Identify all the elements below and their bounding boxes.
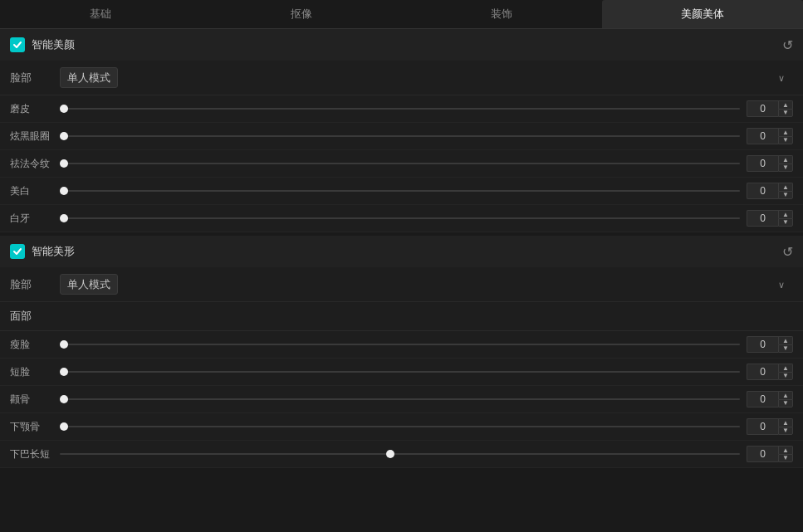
slider-thumb-short-face[interactable] (60, 368, 68, 376)
tab-basic[interactable]: 基础 (0, 0, 201, 28)
slider-track-thin-face[interactable] (60, 336, 740, 353)
slider-track-bg-chin-length (60, 453, 740, 455)
slider-label-teeth: 白牙 (10, 212, 60, 226)
spinner-up-lower-jaw[interactable]: ▲ (778, 418, 793, 427)
beauty-face-title: 智能美颜 (32, 37, 75, 52)
value-input-short-face[interactable] (747, 364, 778, 380)
spinner-down-eye[interactable]: ▼ (778, 136, 793, 144)
value-input-teeth[interactable] (747, 210, 778, 227)
slider-track-bg-whiten (60, 190, 740, 192)
slider-thumb-teeth[interactable] (60, 214, 68, 222)
slider-track-bg-teeth (60, 217, 740, 219)
value-input-jaw[interactable] (747, 391, 778, 408)
spinner-up-jaw[interactable]: ▲ (778, 391, 793, 399)
spinner-btns-teeth: ▲ ▼ (778, 210, 793, 227)
spinner-down-chin-length[interactable]: ▼ (778, 454, 793, 462)
beauty-face-mode-label: 脸部 (10, 71, 60, 85)
slider-row-skin: 磨皮 ▲ ▼ (0, 95, 803, 123)
spinner-btns-whiten: ▲ ▼ (778, 183, 793, 199)
slider-thumb-nasolabial[interactable] (60, 159, 68, 168)
slider-row-lower-jaw: 下颚骨 ▲ ▼ (0, 413, 803, 441)
tab-bar: 基础 抠像 装饰 美颜美体 (0, 0, 803, 29)
slider-thumb-thin-face[interactable] (60, 340, 68, 349)
slider-track-bg-thin-face (60, 344, 740, 345)
tab-portrait[interactable]: 抠像 (201, 0, 402, 28)
value-input-nasolabial[interactable] (747, 155, 778, 172)
beauty-face-reset[interactable]: ↺ (782, 37, 793, 53)
slider-track-bg-eye (60, 135, 740, 137)
beauty-body-mode-select[interactable]: 单人模式 多人模式 (60, 274, 118, 295)
slider-track-teeth[interactable] (60, 210, 740, 227)
spinner-btns-nasolabial: ▲ ▼ (778, 155, 793, 172)
beauty-face-header: 智能美颜 ↺ (0, 29, 803, 61)
spinner-down-teeth[interactable]: ▼ (778, 218, 793, 227)
value-input-eye[interactable] (747, 128, 778, 144)
value-input-whiten[interactable] (747, 183, 778, 199)
slider-label-chin-length: 下巴长短 (10, 447, 60, 461)
slider-track-bg-short-face (60, 371, 740, 373)
slider-label-lower-jaw: 下颚骨 (10, 420, 60, 434)
value-input-skin[interactable] (747, 100, 778, 117)
slider-label-thin-face: 瘦脸 (10, 338, 60, 352)
slider-thumb-skin[interactable] (60, 105, 68, 113)
slider-thumb-eye[interactable] (60, 132, 68, 140)
slider-track-short-face[interactable] (60, 364, 740, 380)
spinner-up-nasolabial[interactable]: ▲ (778, 155, 793, 164)
value-spin-short-face: ▲ ▼ (747, 364, 793, 380)
spinner-up-whiten[interactable]: ▲ (778, 183, 793, 191)
slider-track-bg-skin (60, 108, 740, 110)
beauty-face-checkbox[interactable] (10, 37, 25, 52)
value-spin-whiten: ▲ ▼ (747, 183, 793, 199)
slider-track-skin[interactable] (60, 100, 740, 117)
spinner-up-eye[interactable]: ▲ (778, 128, 793, 136)
spinner-up-skin[interactable]: ▲ (778, 100, 793, 109)
spinner-down-lower-jaw[interactable]: ▼ (778, 427, 793, 435)
spinner-down-thin-face[interactable]: ▼ (778, 344, 793, 353)
slider-label-eye: 炫黑眼圈 (10, 129, 60, 144)
spinner-btns-chin-length: ▲ ▼ (778, 446, 793, 462)
beauty-body-checkbox[interactable] (10, 244, 25, 259)
slider-track-chin-length[interactable] (60, 446, 740, 462)
beauty-face-mode-dropdown-wrap: 单人模式 多人模式 (60, 67, 793, 88)
slider-track-lower-jaw[interactable] (60, 418, 740, 435)
slider-row-nasolabial: 祛法令纹 ▲ ▼ (0, 150, 803, 178)
spinner-up-short-face[interactable]: ▲ (778, 364, 793, 372)
tab-beauty[interactable]: 美颜美体 (602, 0, 803, 28)
slider-track-whiten[interactable] (60, 183, 740, 199)
spinner-up-thin-face[interactable]: ▲ (778, 336, 793, 344)
slider-label-whiten: 美白 (10, 184, 60, 198)
slider-track-bg-lower-jaw (60, 426, 740, 427)
beauty-body-reset[interactable]: ↺ (782, 244, 793, 260)
slider-track-nasolabial[interactable] (60, 155, 740, 172)
slider-thumb-lower-jaw[interactable] (60, 422, 68, 431)
tab-sticker[interactable]: 装饰 (402, 0, 603, 28)
slider-label-skin: 磨皮 (10, 102, 60, 116)
spinner-down-jaw[interactable]: ▼ (778, 399, 793, 408)
slider-row-eye: 炫黑眼圈 ▲ ▼ (0, 123, 803, 150)
spinner-down-nasolabial[interactable]: ▼ (778, 164, 793, 172)
spinner-down-short-face[interactable]: ▼ (778, 372, 793, 380)
spinner-up-chin-length[interactable]: ▲ (778, 446, 793, 454)
beauty-face-mode-row: 脸部 单人模式 多人模式 (0, 61, 803, 95)
value-input-chin-length[interactable] (747, 446, 778, 462)
value-input-lower-jaw[interactable] (747, 418, 778, 435)
value-spin-chin-length: ▲ ▼ (747, 446, 793, 462)
spinner-down-skin[interactable]: ▼ (778, 109, 793, 117)
beauty-face-mode-select[interactable]: 单人模式 多人模式 (60, 67, 118, 88)
slider-label-jaw: 颧骨 (10, 393, 60, 407)
spinner-up-teeth[interactable]: ▲ (778, 210, 793, 218)
slider-thumb-jaw[interactable] (60, 395, 68, 403)
slider-thumb-chin-length[interactable] (386, 450, 394, 458)
spinner-btns-thin-face: ▲ ▼ (778, 336, 793, 353)
slider-label-short-face: 短脸 (10, 365, 60, 379)
beauty-body-section: 智能美形 ↺ 脸部 单人模式 多人模式 面部 瘦脸 (0, 236, 803, 468)
spinner-down-whiten[interactable]: ▼ (778, 191, 793, 199)
slider-track-eye[interactable] (60, 128, 740, 144)
slider-thumb-whiten[interactable] (60, 187, 68, 195)
spinner-btns-short-face: ▲ ▼ (778, 364, 793, 380)
slider-track-jaw[interactable] (60, 391, 740, 408)
value-spin-teeth: ▲ ▼ (747, 210, 793, 227)
value-spin-nasolabial: ▲ ▼ (747, 155, 793, 172)
sub-header-face: 面部 (0, 302, 803, 331)
value-input-thin-face[interactable] (747, 336, 778, 353)
